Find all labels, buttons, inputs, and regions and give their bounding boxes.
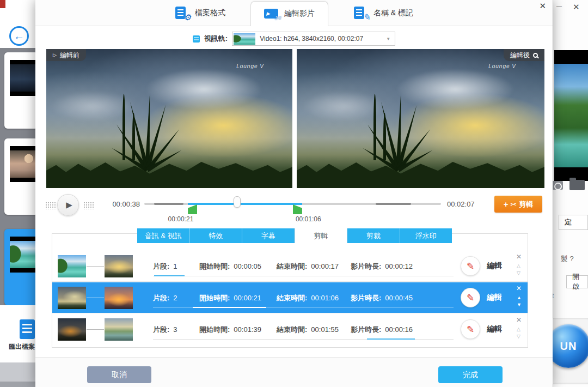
start-label: 開始時間: <box>199 325 230 334</box>
edit-button-label[interactable]: 編輯 <box>487 261 502 271</box>
clip-start-thumbnail <box>58 318 86 341</box>
playhead-handle[interactable] <box>234 196 241 208</box>
video-frame: Lounge V <box>297 49 544 188</box>
video-track-select[interactable]: Video1: h264, 3840x2160, 00:02:07 ▼ <box>232 32 395 46</box>
move-down-icon[interactable]: ▽ <box>517 334 520 339</box>
export-label: 匯出檔案 <box>9 342 35 352</box>
field-underline-accent <box>154 275 185 276</box>
edit-button-label[interactable]: 編輯 <box>487 293 502 303</box>
window-minimize-icon[interactable]: ─ <box>556 2 562 11</box>
export-file-icon[interactable] <box>20 319 35 339</box>
cut-button[interactable]: + ✂ 剪輯 <box>494 196 542 213</box>
dialog-close-icon[interactable]: ✕ <box>539 1 546 11</box>
end-value[interactable]: 00:00:17 <box>311 262 339 270</box>
duration-value: 00:00:45 <box>385 294 413 302</box>
tab-trim[interactable]: 剪輯 <box>295 228 347 243</box>
video-track-icon <box>193 35 200 43</box>
trim-end-handle[interactable] <box>293 204 302 214</box>
clip-row[interactable]: 片段:1 開始時間:00:00:05 結束時間:00:00:17 影片時長:00… <box>52 251 528 282</box>
clip-end-thumbnail <box>105 318 133 341</box>
settings-button-fragment[interactable]: 定 <box>559 215 588 230</box>
after-edit-label: 編輯後 <box>504 49 544 61</box>
duration-label: 影片時長: <box>351 262 381 270</box>
preview-before[interactable]: Lounge V ▷ 編輯前 <box>46 49 292 188</box>
file-card[interactable] <box>4 52 38 129</box>
tab-edit-video[interactable]: ▶✂ 編輯影片 <box>250 1 328 26</box>
duration-label: 影片時長: <box>351 325 381 334</box>
play-button[interactable]: ▶ <box>57 194 79 216</box>
edit-clip-button[interactable]: ✎ <box>461 256 480 276</box>
total-time: 00:02:07 <box>447 200 475 208</box>
back-button[interactable]: ← <box>9 26 29 46</box>
move-up-icon[interactable]: ▲ <box>517 295 522 300</box>
app-root: ← 匯出檔案 ─ ✕ 定 製 ? 開啟 rt UN ⚙ 檔案格式 ▶✂ 編輯影片… <box>0 0 588 387</box>
scissors-icon: ✂ <box>511 200 517 209</box>
timeline-track[interactable]: 00:00:21 00:01:06 <box>144 203 441 205</box>
duration-value: 00:00:12 <box>385 262 413 270</box>
segment-value[interactable]: 3 <box>173 325 177 334</box>
trim-selection <box>188 203 302 205</box>
folder-icon[interactable] <box>569 180 585 190</box>
start-value[interactable]: 00:01:39 <box>234 325 261 334</box>
clip-row-selected[interactable]: 片段:2 開始時間:00:00:21 結束時間:00:01:06 影片時長:00… <box>52 282 528 313</box>
plus-icon: + <box>504 199 509 209</box>
edit-button-label[interactable]: 編輯 <box>487 324 502 334</box>
clip-link-line <box>87 298 104 298</box>
tab-audio-video[interactable]: 音訊 & 視訊 <box>137 228 189 243</box>
tab-effects[interactable]: 特效 <box>189 228 242 243</box>
play-outline-icon: ▷ <box>53 52 57 58</box>
track-value: Video1: h264, 3840x2160, 00:02:07 <box>260 35 382 43</box>
move-up-icon[interactable]: △ <box>517 263 520 269</box>
pencil-icon: ✎ <box>467 261 474 272</box>
delete-clip-icon[interactable]: ✕ <box>516 316 522 324</box>
edit-clip-button[interactable]: ✎ <box>461 319 480 339</box>
progress-segment <box>154 203 183 205</box>
move-down-icon[interactable]: ▼ <box>517 302 522 307</box>
cancel-button[interactable]: 取消 <box>87 366 151 383</box>
window-close-icon[interactable]: ✕ <box>573 2 580 12</box>
duration-value: 00:00:16 <box>385 325 413 334</box>
end-value[interactable]: 00:01:06 <box>311 294 339 302</box>
chevron-down-icon: ▼ <box>386 37 390 41</box>
file-card[interactable] <box>4 138 38 215</box>
preview-after[interactable]: Lounge V 編輯後 <box>297 49 544 188</box>
track-thumbnail <box>234 33 255 45</box>
field-underline-accent <box>367 338 415 340</box>
tab-watermark[interactable]: 浮水印 <box>400 228 452 243</box>
clip-end-thumbnail <box>105 255 133 277</box>
start-value[interactable]: 00:00:21 <box>234 294 261 302</box>
segment-value[interactable]: 1 <box>173 262 177 270</box>
delete-clip-icon[interactable]: ✕ <box>516 285 522 292</box>
tab-subtitles[interactable]: 字幕 <box>242 228 295 243</box>
edit-video-icon: ▶✂ <box>264 7 279 21</box>
open-button-fragment[interactable]: 開啟 <box>566 275 588 288</box>
edit-clip-button[interactable]: ✎ <box>461 288 480 307</box>
tab-file-format[interactable]: ⚙ 檔案格式 <box>170 0 230 26</box>
done-button[interactable]: 完成 <box>438 366 503 383</box>
end-label: 結束時間: <box>277 325 307 334</box>
field-underline <box>153 276 454 276</box>
trim-start-handle[interactable] <box>188 204 197 214</box>
start-value[interactable]: 00:00:05 <box>234 262 261 270</box>
snapshot-icon[interactable] <box>551 181 563 190</box>
start-label: 開始時間: <box>199 262 230 270</box>
file-card-selected[interactable] <box>4 229 38 305</box>
dialog-footer: 取消 完成 <box>35 357 553 387</box>
run-button[interactable]: UN <box>547 324 588 368</box>
zoom-icon[interactable] <box>533 53 538 58</box>
clip-row[interactable]: 片段:3 開始時間:00:01:39 結束時間:00:01:55 影片時長:00… <box>52 314 528 345</box>
end-value[interactable]: 00:01:55 <box>311 325 339 334</box>
delete-clip-icon[interactable]: ✕ <box>516 253 522 261</box>
trim-start-time: 00:00:21 <box>168 215 194 223</box>
move-up-icon[interactable]: △ <box>517 326 520 332</box>
tab-label: 檔案格式 <box>195 8 225 18</box>
app-logo-fragment <box>0 0 5 8</box>
dialog-header: ⚙ 檔案格式 ▶✂ 編輯影片 ✎ 名稱 & 標記 <box>35 0 553 26</box>
playback-controls: ▶ 00:00:38 00:00:21 00:01:06 00:02:07 + … <box>35 191 553 221</box>
tab-name-tag[interactable]: ✎ 名稱 & 標記 <box>349 0 418 26</box>
move-down-icon[interactable]: ▽ <box>517 270 520 276</box>
tab-crop[interactable]: 剪裁 <box>347 228 400 243</box>
watermark-text: Lounge V <box>236 63 264 69</box>
media-thumbnail[interactable] <box>554 50 588 181</box>
segment-value[interactable]: 2 <box>173 294 177 302</box>
